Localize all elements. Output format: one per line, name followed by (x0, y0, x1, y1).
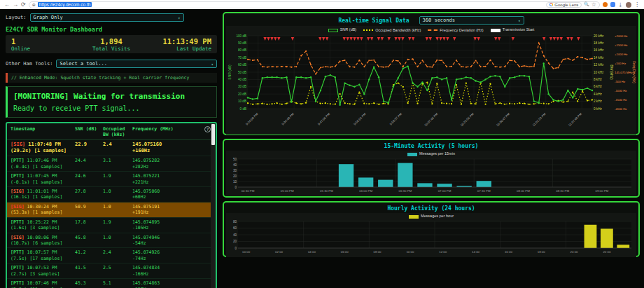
url-text[interactable]: https://e24cy.decom.co.th (38, 2, 92, 7)
svg-text:80 dB: 80 dB (238, 48, 246, 52)
table-row[interactable]: [PTT] 10:25:22 PM (1.6s) [3 samples]17.8… (7, 218, 216, 233)
google-lens-button[interactable]: Google Lens (546, 2, 582, 8)
svg-text:70 dB: 70 dB (238, 56, 246, 60)
signal-table-body: [SIG] 11:07:48 PM (29.2s) [1 samples]22.… (7, 140, 216, 288)
back-icon[interactable]: ← (4, 0, 10, 9)
profile-avatar[interactable] (626, 2, 631, 8)
activity-hourly-title: Hourly Activity (24 hours) (387, 205, 475, 212)
svg-text:11:01:23 PM: 11:01:23 PM (532, 112, 547, 127)
chevron-down-icon: ▾ (518, 18, 521, 23)
search-icon[interactable]: 🔍 (584, 0, 589, 9)
refresh-icon[interactable]: ⟳ (21, 0, 26, 9)
layout-select[interactable]: Graph Only ▾ (30, 13, 184, 22)
col-snr: SNR (dB) (75, 126, 103, 137)
stat-last-update: 11:13:49 PM Last Update (145, 37, 211, 52)
svg-text:04:00: 04:00 (308, 250, 316, 254)
bookmark-star-icon[interactable]: ☆ (592, 0, 596, 9)
table-row[interactable]: [SIG] 11:01:01 PM (16.1s) [1 samples]27.… (7, 187, 216, 203)
svg-text:22:00: 22:00 (603, 250, 611, 254)
svg-text:145.075 MHz: 145.075 MHz (615, 71, 633, 74)
page-title: E24CY SDR Monitor Dashboard (6, 26, 217, 33)
svg-text:04:30 PM: 04:30 PM (241, 189, 255, 193)
snr-legend-swatch (328, 29, 338, 32)
downloads-icon[interactable]: ⭳ (618, 0, 623, 9)
browser-toolbar: ← → ⟳ ⊕ https://e24cy.decom.co.th Google… (0, 0, 644, 9)
site-info-icon[interactable]: ⊕ (32, 2, 36, 7)
forward-icon[interactable]: → (13, 0, 18, 9)
svg-text:08:00: 08:00 (374, 250, 382, 254)
table-row[interactable]: [PTT] 11:07:46 PM (-0.4s) [1 samples]24.… (7, 156, 216, 172)
help-icon[interactable]: ? (204, 126, 211, 132)
svg-text:-1000 Hz: -1000 Hz (615, 89, 626, 92)
activity-hourly-legend: Messages per hour (226, 213, 636, 219)
lens-label: Google Lens (554, 3, 578, 7)
online-count: 1 (11, 37, 78, 46)
time-range-select[interactable]: 360 seconds ▾ (419, 16, 524, 25)
svg-text:11:07:48 PM: 11:07:48 PM (568, 112, 582, 127)
svg-text:10:30:47 PM: 10:30:47 PM (496, 112, 510, 127)
svg-text:8 kHz: 8 kHz (594, 78, 602, 81)
chevron-down-icon: ▾ (211, 62, 214, 67)
svg-text:+2000 Hz: +2000 Hz (615, 34, 628, 38)
svg-text:50 dB: 50 dB (238, 71, 246, 74)
table-row[interactable]: [SIG] 11:07:48 PM (29.2s) [1 samples]22.… (7, 140, 216, 156)
realtime-signal-chart: 100 dB20 kHz90 dB18 kHz80 dB16 kHz70 dB1… (226, 34, 636, 135)
svg-text:10:00: 10:00 (406, 250, 414, 254)
svg-text:4 kHz: 4 kHz (594, 92, 602, 96)
svg-text:10: 10 (233, 180, 237, 184)
svg-text:9:34:48 PM: 9:34:48 PM (281, 112, 295, 126)
visits-label: Total Visits (78, 46, 144, 52)
svg-text:16:00: 16:00 (505, 250, 513, 254)
enhanced-mode-note: // Enhanced Mode: Squelch state tracking… (6, 73, 217, 83)
table-scrollbar[interactable]: ▾ (211, 123, 216, 288)
svg-text:BW (kHz): BW (kHz) (610, 64, 614, 80)
last-update-time: 11:13:49 PM (145, 37, 211, 46)
svg-text:-500 Hz: -500 Hz (615, 80, 625, 83)
svg-text:20:00: 20:00 (570, 250, 579, 254)
time-range-value: 360 seconds (423, 18, 455, 23)
realtime-signal-panel: Real-time Signal Data 360 seconds ▾ SNR … (223, 12, 640, 135)
svg-text:Freq Dev (Hz): Freq Dev (Hz) (632, 61, 636, 83)
last-update-label: Last Update (145, 46, 211, 52)
svg-text:0: 0 (234, 186, 237, 189)
col-timestamp: Timestamp (10, 126, 75, 137)
visits-count: 1,894 (78, 37, 144, 46)
screen: ← → ⟳ ⊕ https://e24cy.decom.co.th Google… (0, 0, 644, 288)
ham-tools-select[interactable]: Select a tool... ▾ (56, 60, 217, 68)
table-row[interactable]: [PTT] 11:07:45 PM (-0.1s) [1 samples]24.… (7, 172, 216, 187)
svg-text:60 dB: 60 dB (238, 63, 246, 67)
svg-text:40 dB: 40 dB (238, 78, 246, 81)
table-row[interactable]: [SIG] 10:08:06 PM (10.7s) [6 samples]45.… (7, 233, 216, 249)
lens-icon (550, 3, 553, 6)
svg-text:0 kHz: 0 kHz (594, 107, 602, 111)
svg-text:20 kHz: 20 kHz (594, 34, 604, 38)
svg-text:12 kHz: 12 kHz (594, 63, 604, 67)
svg-text:0: 0 (234, 247, 237, 250)
table-row[interactable]: [PTT] 10:07:57 PM (7.5s) [17 samples]41.… (7, 248, 216, 263)
svg-text:+1500 Hz: +1500 Hz (615, 43, 628, 47)
signal-chart-legend: SNR (dB) Occupied Bandwidth (kHz) Freque… (226, 26, 636, 34)
online-label: Online (11, 46, 78, 52)
layout-select-value: Graph Only (34, 15, 63, 20)
svg-text:100 dB: 100 dB (236, 34, 246, 38)
scrollbar-thumb[interactable] (211, 124, 215, 145)
table-row[interactable]: [PTT] 10:07:53 PM (2.7s) [3 samples]41.5… (7, 263, 216, 279)
svg-text:9:24:08 PM: 9:24:08 PM (245, 112, 259, 126)
layout-label: Layout: (6, 15, 27, 20)
address-bar[interactable]: ⊕ https://e24cy.decom.co.th Google Lens … (29, 1, 600, 8)
txstart-legend-swatch (491, 29, 500, 32)
table-row[interactable]: [SIG] 10:30:24 PM (53.3s) [1 samples]50.… (7, 203, 216, 218)
activity-15min-panel: 15-Minute Activity (5 hours) Messages pe… (223, 139, 640, 198)
svg-text:9:56:02 PM: 9:56:02 PM (353, 112, 367, 126)
extension-icon[interactable] (610, 2, 615, 7)
table-row[interactable]: [PTT] 10:07:46 PM (5.6s) [11 samples]45.… (7, 279, 216, 288)
svg-text:00:00: 00:00 (242, 250, 251, 254)
svg-text:9:47:06 PM: 9:47:06 PM (317, 112, 331, 126)
svg-text:10:07:46 PM: 10:07:46 PM (424, 112, 438, 127)
svg-text:08:00 PM: 08:00 PM (517, 189, 530, 193)
browser-menu-icon[interactable]: ⋮ (634, 0, 640, 9)
svg-text:10 kHz: 10 kHz (594, 71, 604, 74)
svg-text:09:00 PM: 09:00 PM (595, 189, 608, 193)
extension-icon[interactable] (603, 2, 608, 7)
svg-text:40: 40 (233, 163, 237, 167)
